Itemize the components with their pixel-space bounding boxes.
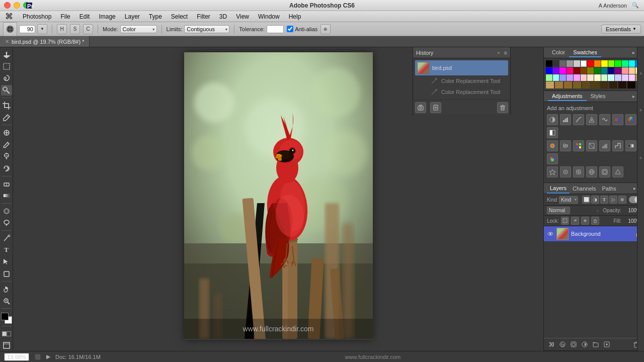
earth-swatch-3[interactable] bbox=[564, 81, 572, 88]
menu-window[interactable]: Window bbox=[254, 11, 284, 22]
foreground-color[interactable] bbox=[1, 313, 9, 320]
anti-alias-label[interactable]: Anti-alias bbox=[287, 26, 317, 32]
earth-swatch-6[interactable] bbox=[591, 81, 599, 88]
swatch-rose[interactable] bbox=[567, 67, 573, 74]
tab-styles[interactable]: Styles bbox=[587, 92, 610, 101]
strip-collapse-1[interactable]: ≡ bbox=[638, 72, 643, 75]
history-expand-icon[interactable]: » bbox=[498, 50, 500, 55]
tab-channels[interactable]: Channels bbox=[570, 184, 599, 193]
blend-mode-select[interactable]: Normal Dissolve Multiply bbox=[547, 207, 570, 214]
tool-move[interactable] bbox=[1, 49, 12, 60]
menu-select[interactable]: Select bbox=[167, 11, 192, 22]
history-item-1[interactable]: Color Replacement Tool bbox=[415, 75, 508, 86]
limits-select[interactable]: Contiguous Discontiguous Find Edges bbox=[184, 25, 229, 33]
swatch-green[interactable] bbox=[615, 60, 621, 67]
swatch-pale-yellow[interactable] bbox=[594, 74, 601, 81]
earth-swatch-4[interactable] bbox=[573, 81, 581, 88]
filter-type-icon[interactable]: T bbox=[600, 196, 608, 204]
earth-swatch-9[interactable] bbox=[618, 81, 626, 88]
adj-brightness-contrast[interactable] bbox=[547, 114, 558, 125]
kind-select[interactable]: Kind bbox=[559, 196, 578, 204]
layer-item-background[interactable]: Background 🔒 bbox=[544, 226, 644, 242]
swatch-spring-green[interactable] bbox=[622, 60, 628, 67]
lock-position[interactable] bbox=[581, 217, 589, 225]
swatch-light-grey[interactable] bbox=[574, 60, 580, 67]
close-button[interactable] bbox=[4, 2, 11, 9]
tool-eraser[interactable] bbox=[1, 178, 12, 190]
tool-shape[interactable] bbox=[1, 268, 12, 280]
adj-another2[interactable] bbox=[573, 166, 584, 177]
canvas-image[interactable]: www.fullcrackindir.com bbox=[184, 52, 373, 339]
tab-paths[interactable]: Paths bbox=[599, 184, 619, 193]
swatch-mid-grey[interactable] bbox=[567, 60, 573, 67]
tool-screen-mode[interactable] bbox=[1, 340, 12, 351]
lock-all[interactable] bbox=[591, 217, 599, 225]
play-button[interactable]: ▶ bbox=[46, 353, 50, 360]
swatch-red[interactable] bbox=[587, 60, 594, 67]
lock-image-pixels[interactable] bbox=[571, 217, 579, 225]
adj-invert[interactable] bbox=[586, 140, 597, 151]
adj-selective-color[interactable] bbox=[547, 153, 558, 164]
tool-healing[interactable] bbox=[1, 127, 12, 138]
swatch-pale-magenta[interactable] bbox=[629, 74, 635, 81]
tool-clone[interactable] bbox=[1, 151, 12, 162]
new-fill-adjustment-button[interactable] bbox=[580, 340, 589, 349]
swatch-light-magenta[interactable] bbox=[574, 74, 580, 81]
adj-color-balance[interactable] bbox=[625, 114, 636, 125]
tool-path-selection[interactable] bbox=[1, 256, 12, 267]
adj-gradient-map[interactable] bbox=[625, 140, 636, 151]
swatch-magenta[interactable] bbox=[559, 67, 566, 74]
earth-swatch-10[interactable] bbox=[627, 81, 635, 88]
menu-type[interactable]: Type bbox=[144, 11, 167, 22]
swatch-cyan[interactable] bbox=[629, 60, 635, 67]
menu-photoshop[interactable]: Photoshop bbox=[18, 11, 56, 22]
swatch-light-cyan[interactable] bbox=[553, 74, 559, 81]
adj-another1[interactable] bbox=[560, 166, 571, 177]
earth-swatch-5[interactable] bbox=[582, 81, 590, 88]
search-icon[interactable]: 🔍 bbox=[632, 2, 639, 9]
menu-image[interactable]: Image bbox=[94, 11, 120, 22]
adj-shadows-highlights[interactable] bbox=[547, 166, 558, 177]
brush-size-toggle[interactable]: ▼ bbox=[37, 24, 47, 34]
swatch-cream[interactable] bbox=[587, 74, 594, 81]
adj-posterize[interactable] bbox=[599, 140, 610, 151]
swatch-yellow-green[interactable] bbox=[608, 60, 615, 67]
color-panel-collapse-icon[interactable]: ▸ bbox=[632, 50, 635, 55]
adj-threshold[interactable] bbox=[612, 140, 623, 151]
layer-visibility-toggle[interactable] bbox=[547, 230, 554, 237]
tool-preset-picker[interactable] bbox=[3, 22, 17, 36]
swatch-pale-violet[interactable] bbox=[622, 74, 628, 81]
filter-smart-icon[interactable]: ⊕ bbox=[618, 196, 626, 204]
adj-panel-collapse-icon[interactable]: ▸ bbox=[632, 94, 635, 99]
swatch-light-blue[interactable] bbox=[559, 74, 566, 81]
swatch-dark-green[interactable] bbox=[594, 67, 601, 74]
menu-filter[interactable]: Filter bbox=[192, 11, 215, 22]
brush-size-input[interactable] bbox=[19, 25, 35, 33]
color-replacement-mode3[interactable]: C bbox=[83, 24, 93, 34]
essentials-button[interactable]: Essentials ▼ bbox=[601, 25, 641, 34]
swatch-orange[interactable] bbox=[594, 60, 601, 67]
tool-pen[interactable] bbox=[1, 233, 12, 244]
adj-hue-saturation[interactable] bbox=[612, 114, 623, 125]
link-layers-button[interactable] bbox=[547, 340, 556, 349]
history-delete[interactable] bbox=[497, 102, 508, 113]
swatch-dark-grey[interactable] bbox=[553, 60, 559, 67]
adj-black-white[interactable] bbox=[547, 127, 558, 138]
tool-history-brush[interactable] bbox=[1, 163, 12, 174]
earth-swatch-7[interactable] bbox=[600, 81, 608, 88]
tool-eyedropper[interactable] bbox=[1, 112, 12, 123]
new-group-button[interactable] bbox=[591, 340, 600, 349]
tool-quick-mask[interactable] bbox=[1, 328, 12, 339]
tab-adjustments[interactable]: Adjustments bbox=[548, 92, 587, 101]
adj-exposure[interactable] bbox=[586, 114, 597, 125]
tool-marquee[interactable] bbox=[1, 61, 12, 72]
history-item-bird[interactable]: bird.psd bbox=[415, 60, 508, 75]
swatch-light-violet[interactable] bbox=[567, 74, 573, 81]
document-tab[interactable]: ✕ bird.psd @ 19.7% (RGB/8#) * bbox=[0, 36, 90, 47]
swatch-teal[interactable] bbox=[601, 67, 608, 74]
swatch-maroon[interactable] bbox=[574, 67, 580, 74]
color-replacement-mode1[interactable]: H bbox=[57, 24, 67, 34]
swatch-brown[interactable] bbox=[581, 67, 587, 74]
menu-help[interactable]: Help bbox=[284, 11, 306, 22]
swatch-navy[interactable] bbox=[608, 67, 614, 74]
